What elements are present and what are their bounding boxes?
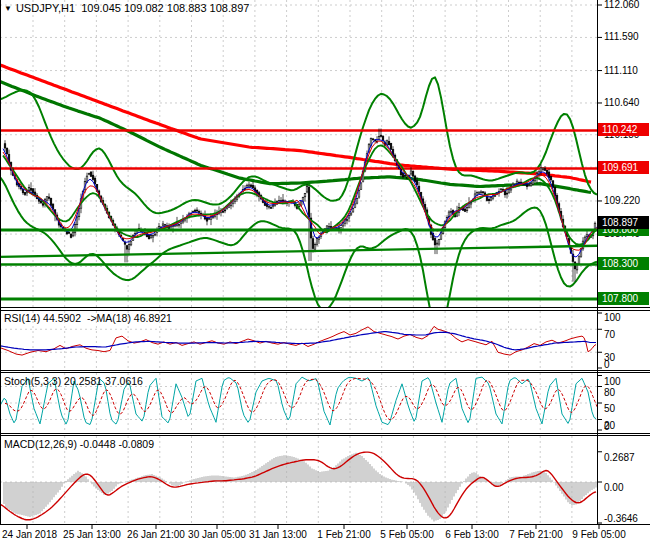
- stoch-indicator-label: Stoch(5,3,3) 20.2581 37.0616: [4, 375, 143, 387]
- time-axis-label: 24 Jan 2018: [2, 529, 57, 540]
- time-axis-label: 25 Jan 13:00: [63, 529, 121, 540]
- time-axis-label: 9 Feb 05:00: [572, 529, 625, 540]
- chart-title: ▼USDJPY,H1 109.045 109.082 108.883 108.8…: [4, 2, 249, 14]
- time-axis-label: 7 Feb 21:00: [509, 529, 562, 540]
- chart-canvas[interactable]: [0, 0, 650, 550]
- panel-resize-handle[interactable]: [0, 308, 650, 311]
- support-trendline[interactable]: [0, 246, 597, 257]
- time-axis-label: 5 Feb 05:00: [380, 529, 433, 540]
- price-tick-label: 110.640: [604, 97, 639, 109]
- symbol-dropdown-icon[interactable]: ▼: [4, 4, 12, 13]
- rsi-tick-label: 0: [604, 359, 610, 371]
- macd-tick-label: 0.00: [604, 482, 623, 494]
- time-axis-label: 31 Jan 13:00: [249, 529, 307, 540]
- price-badge-109.691: 109.691: [598, 161, 649, 174]
- rsi-indicator-label: RSI(14) 44.5902 ->MA(18) 46.8921: [4, 312, 172, 324]
- macd-panel[interactable]: [0, 452, 596, 521]
- time-axis-label: 6 Feb 13:00: [445, 529, 498, 540]
- fast-moving-averages: [3, 140, 597, 258]
- rsi-tick-label: 70: [604, 329, 615, 341]
- price-tick-label: 112.060: [604, 0, 639, 11]
- stoch-tick-label: 0: [604, 421, 610, 433]
- current-price-badge: 108.897: [598, 216, 649, 229]
- price-badge-108.300: 108.300: [598, 257, 649, 270]
- panel-resize-handle[interactable]: [0, 434, 650, 436]
- price-tick-label: 111.110: [604, 65, 638, 77]
- price-tick-label: 109.220: [604, 195, 640, 207]
- chart-window: ▼USDJPY,H1 109.045 109.082 108.883 108.8…: [0, 0, 650, 550]
- ohlc-values: 109.045 109.082 108.883 108.897: [81, 2, 249, 14]
- symbol-period-label: USDJPY,H1: [16, 2, 75, 14]
- rsi-panel[interactable]: [0, 326, 596, 355]
- panel-resize-handle[interactable]: [0, 371, 650, 373]
- rsi-tick-label: 100: [604, 312, 621, 324]
- time-axis-label: 26 Jan 21:00: [127, 529, 185, 540]
- stoch-tick-label: 50: [604, 403, 615, 415]
- time-axis-label: 1 Feb 21:00: [317, 529, 370, 540]
- main-chart[interactable]: [0, 65, 597, 333]
- price-tick-label: 111.590: [604, 31, 639, 43]
- macd-tick-label: -0.3646: [604, 513, 638, 525]
- price-badge-110.242: 110.242: [598, 123, 649, 136]
- macd-indicator-label: MACD(12,26,9) -0.0448 -0.0809: [4, 438, 154, 450]
- stoch-tick-label: 80: [604, 387, 615, 399]
- time-axis-label: 30 Jan 05:00: [188, 529, 246, 540]
- macd-tick-label: 0.2687: [604, 452, 635, 464]
- price-badge-107.800: 107.800: [598, 292, 649, 305]
